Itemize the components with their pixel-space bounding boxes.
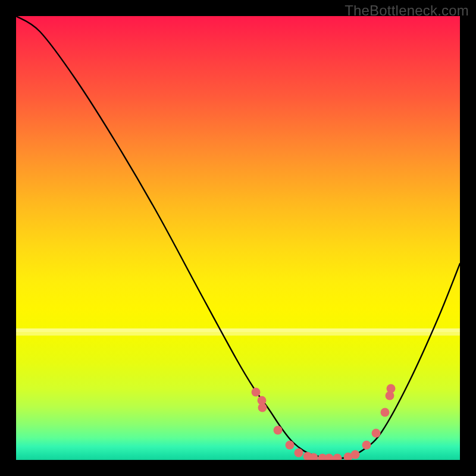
highlight-dot (351, 450, 360, 459)
highlight-dot (362, 441, 371, 450)
curve-layer (16, 16, 460, 460)
highlight-dot (252, 388, 261, 397)
highlight-dot (274, 426, 283, 435)
highlight-dot (381, 408, 390, 417)
highlight-dot (333, 454, 342, 461)
highlight-dot (258, 403, 267, 412)
highlight-dot (387, 384, 396, 393)
highlight-dot (372, 429, 381, 438)
highlight-dots-group (252, 384, 396, 461)
highlight-dot (295, 449, 303, 458)
highlight-dot (325, 454, 334, 461)
highlight-dot (286, 441, 295, 450)
